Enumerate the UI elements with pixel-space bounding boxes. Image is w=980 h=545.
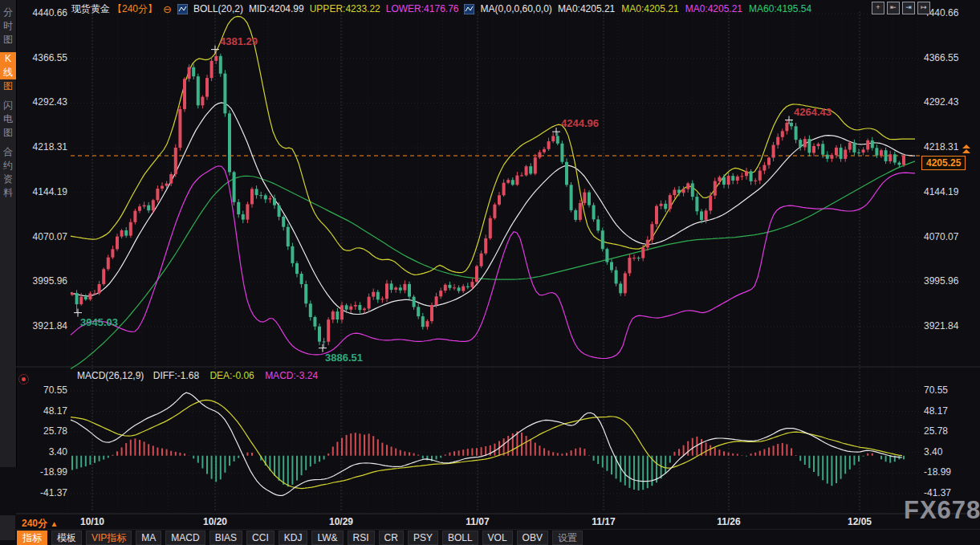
settings-button[interactable]: 设置 (552, 531, 583, 545)
ma-label: MA(0,0,0,60,0,0) (480, 3, 551, 14)
macd-dea-value: DEA:-0.06 (209, 370, 254, 381)
y-axis-label: 3921.84 (19, 320, 67, 331)
chart-header: 现货黄金 【240分】 ⊖ BOLL(20,2) MID:4204.99 UPP… (71, 2, 811, 16)
macd-diff-value: DIFF:-1.68 (153, 370, 199, 381)
rsi-button[interactable]: RSI (348, 531, 375, 545)
macd-header: MACD(26,12,9) DIFF:-1.68 DEA:-0.06 MACD:… (77, 370, 318, 381)
pan-right-icon[interactable]: ↦ (917, 2, 930, 14)
watermark: FX678 (904, 496, 980, 525)
cr-button[interactable]: CR (379, 531, 404, 545)
header-icon-group: +⇤⇥↦ (872, 2, 930, 14)
cci-button[interactable]: CCI (246, 531, 274, 545)
ma-value-1: MA0:4205.21 (621, 3, 678, 14)
y-axis-label: 4144.19 (924, 186, 974, 197)
x-axis-date: 10/29 (323, 516, 360, 527)
period-tag: 【240分】 (112, 2, 157, 16)
boll-upper-value: UPPER:4233.22 (310, 3, 380, 14)
y-axis-label: 4070.07 (19, 231, 67, 242)
ma-button[interactable]: MA (136, 531, 161, 545)
bottom-toolbar: 指标模板VIP指标MAMACDBIASCCIKDJLW&RSICRPSYBOLL… (17, 530, 583, 545)
kdj-button[interactable]: KDJ (279, 531, 308, 545)
y-axis-label: 70.55 (19, 384, 67, 396)
macd-macd-value: MACD:-3.24 (265, 370, 318, 381)
y-axis-label: 70.55 (924, 384, 974, 396)
psy-button[interactable]: PSY (408, 531, 438, 545)
y-axis-label: -41.37 (19, 487, 67, 498)
macd-button[interactable]: MACD (165, 531, 205, 545)
template-button[interactable]: 模板 (51, 531, 82, 545)
svg-text:4381.29: 4381.29 (220, 35, 258, 47)
indicator-button[interactable]: 指标 (17, 531, 47, 545)
y-axis-label: 4366.55 (19, 52, 67, 63)
obv-button[interactable]: OBV (517, 531, 548, 545)
y-axis-label: 3921.84 (924, 320, 974, 331)
period-arrow-icon: ▲ (50, 519, 58, 528)
boll-label: BOLL(20,2) (193, 3, 243, 14)
y-axis-label: 4366.55 (924, 52, 974, 63)
vol-button[interactable]: VOL (482, 531, 513, 545)
vip-indicator-button[interactable]: VIP指标 (86, 531, 132, 545)
y-axis-label: 48.17 (924, 405, 974, 417)
x-axis-date: 10/10 (74, 516, 111, 527)
y-axis-label: 3995.96 (19, 275, 67, 287)
price-up-arrows-icon (962, 144, 970, 154)
trading-app-window: 4381.294244.964264.433945.033886.51 分时图K… (0, 0, 980, 545)
y-axis-label: 25.78 (924, 425, 974, 437)
boll-button[interactable]: BOLL (442, 531, 478, 545)
y-axis-label: 4070.07 (924, 231, 974, 242)
y-axis-label: 4218.31 (19, 141, 67, 153)
ma-value-3: MA60:4195.54 (749, 3, 811, 14)
svg-text:4264.43: 4264.43 (794, 106, 832, 118)
y-axis-label: 4292.43 (19, 96, 67, 108)
boll-lower-value: LOWER:4176.76 (386, 3, 459, 14)
y-axis-label: 3.40 (19, 446, 67, 458)
y-axis-label: 25.78 (19, 425, 67, 437)
y-axis-label: 4144.19 (19, 186, 67, 197)
svg-text:3886.51: 3886.51 (325, 352, 363, 364)
x-axis-date: 12/05 (841, 516, 878, 527)
x-axis-date: 11/26 (710, 516, 747, 527)
y-axis-label: 48.17 (19, 405, 67, 417)
y-axis-label: -18.99 (19, 466, 67, 478)
ma-value-0: MA0:4205.21 (558, 3, 615, 14)
macd-params-label: MACD(26,12,9) (77, 370, 144, 381)
bias-button[interactable]: BIAS (209, 531, 242, 545)
y-axis-label: -18.99 (924, 466, 974, 478)
instrument-title: 现货黄金 (71, 2, 110, 16)
minus-circle-icon[interactable]: ⊖ (163, 4, 172, 14)
scale-compress-icon[interactable]: ⇤ (887, 2, 900, 14)
x-axis-date: 11/17 (585, 516, 622, 527)
x-axis-row (16, 514, 980, 529)
svg-text:3945.03: 3945.03 (80, 316, 118, 328)
y-axis-label: 3995.96 (924, 275, 974, 287)
boll-mid-value: MID:4204.99 (249, 3, 304, 14)
chart-canvas[interactable]: 4381.294244.964264.433945.033886.51 (0, 0, 980, 545)
indicator-settings-icon[interactable] (18, 374, 29, 384)
y-axis-label: 4440.66 (19, 7, 67, 18)
scale-expand-icon[interactable]: ⇥ (902, 2, 915, 14)
lw-button[interactable]: LW& (311, 531, 343, 545)
x-axis-date: 10/20 (197, 516, 234, 527)
y-axis-label: 3.40 (924, 446, 974, 458)
indicator-chart-icon[interactable] (177, 4, 188, 14)
svg-text:4244.96: 4244.96 (561, 117, 599, 129)
y-axis-label: 4440.66 (924, 7, 974, 18)
y-axis-label: 4292.43 (924, 96, 974, 108)
crosshair-icon[interactable]: + (872, 2, 884, 14)
ma-value-2: MA0:4205.21 (685, 3, 742, 14)
current-price-box: 4205.25 (921, 156, 966, 170)
ma-values: MA0:4205.21MA0:4205.21MA0:4205.21MA60:41… (558, 3, 811, 14)
x-axis-date: 11/07 (459, 516, 496, 527)
indicator-chart-icon[interactable] (464, 4, 474, 14)
period-badge[interactable]: 240分 ▲ (22, 517, 58, 531)
